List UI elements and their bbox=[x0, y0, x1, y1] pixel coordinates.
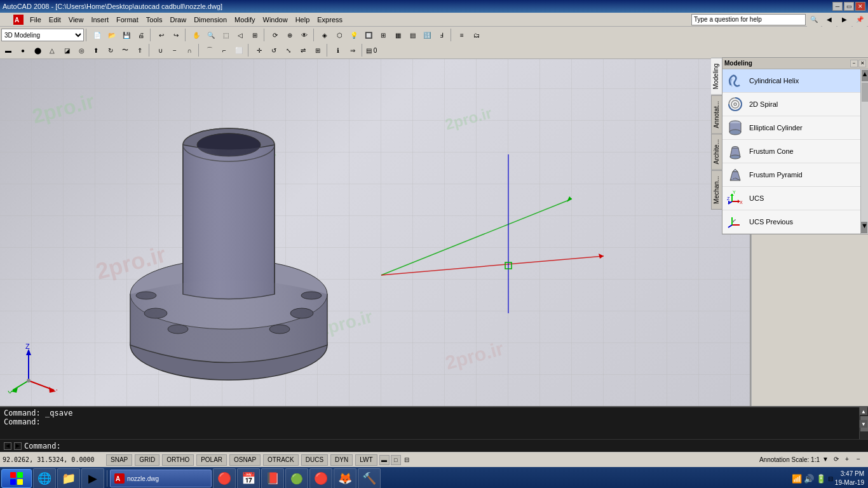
help-search-input[interactable] bbox=[691, 14, 806, 25]
help-search-button[interactable]: 🔍 bbox=[807, 13, 821, 27]
annotation-scale-dropdown[interactable]: ▼ bbox=[822, 456, 831, 464]
modeling-item-cylindrical-helix[interactable]: Cylindrical Helix bbox=[722, 69, 868, 93]
viewport-icon[interactable]: ⊟ bbox=[402, 456, 411, 464]
tray-battery-icon[interactable]: 🔋 bbox=[816, 474, 826, 484]
extrude-button[interactable]: ⬆ bbox=[89, 43, 103, 57]
cmd-scroll-down[interactable]: ▼ bbox=[860, 420, 867, 428]
workspace-select[interactable]: 3D Modeling bbox=[1, 29, 84, 41]
view-button[interactable]: 👁 bbox=[297, 28, 311, 42]
modeling-item-2d-spiral[interactable]: 2D Spiral bbox=[722, 93, 868, 116]
3dpan-button[interactable]: ⊕ bbox=[283, 28, 297, 42]
dyn-button[interactable]: DYN bbox=[330, 454, 353, 466]
annotation-sync-icon[interactable]: ⟳ bbox=[834, 456, 843, 464]
chamfer-button[interactable]: ⌐ bbox=[217, 43, 231, 57]
menu-modify[interactable]: Modify bbox=[231, 15, 259, 25]
command-input[interactable] bbox=[24, 442, 864, 451]
help-pin-button[interactable]: 📌 bbox=[853, 13, 867, 27]
menu-draw[interactable]: Draw bbox=[166, 15, 190, 25]
taskbar-ie-icon[interactable]: 🌐 bbox=[33, 468, 56, 488]
modeling-scroll-thumb[interactable] bbox=[862, 83, 868, 102]
intersect-button[interactable]: ∩ bbox=[182, 43, 196, 57]
minimize-button[interactable]: ─ bbox=[832, 2, 843, 11]
cmd-left-arrow[interactable]: ◀ bbox=[4, 442, 11, 450]
zoom-window-button[interactable]: ⬚ bbox=[219, 28, 233, 42]
3dorbit-button[interactable]: ⟳ bbox=[268, 28, 282, 42]
modeling-item-frustum-pyramid[interactable]: Frustum Pyramid bbox=[722, 163, 868, 187]
modeling-scroll-down[interactable]: ▼ bbox=[861, 222, 867, 233]
tray-signal-icon[interactable]: 📶 bbox=[792, 474, 802, 484]
union-button[interactable]: ∪ bbox=[153, 43, 167, 57]
cone-button[interactable]: △ bbox=[45, 43, 59, 57]
array-button[interactable]: ⊞ bbox=[311, 43, 325, 57]
menu-format[interactable]: Format bbox=[112, 15, 142, 25]
help-back-button[interactable]: ◀ bbox=[822, 13, 836, 27]
menu-view[interactable]: View bbox=[65, 15, 88, 25]
taskbar-firefox-icon[interactable]: 🦊 bbox=[334, 468, 356, 488]
polar-button[interactable]: POLAR bbox=[196, 454, 227, 466]
autocad-taskbar-button[interactable]: A nozzle.dwg bbox=[110, 470, 212, 487]
taskbar-media-icon[interactable]: ▶ bbox=[81, 468, 104, 488]
model-space-icon[interactable]: ▬ bbox=[379, 455, 390, 465]
mirror-button[interactable]: ⇌ bbox=[296, 43, 310, 57]
canvas-viewport[interactable]: 2pro.ir 2pro.ir 2pro.ir 2pro.ir 2pro.ir … bbox=[0, 59, 750, 406]
menu-window[interactable]: Window bbox=[259, 15, 292, 25]
modeling-panel-minimize[interactable]: − bbox=[850, 60, 858, 67]
layerstates-button[interactable]: 🗂 bbox=[470, 28, 484, 42]
save-button[interactable]: 💾 bbox=[119, 28, 133, 42]
pan-button[interactable]: ✋ bbox=[189, 28, 203, 42]
modeling-panel-scrollbar[interactable]: ▲ ▼ bbox=[860, 69, 868, 234]
modeling-item-ucs[interactable]: X Y Z UCS bbox=[722, 187, 868, 210]
torus-button[interactable]: ◎ bbox=[74, 43, 88, 57]
menu-help[interactable]: Help bbox=[292, 15, 314, 25]
matchprop-button[interactable]: ⇒ bbox=[346, 43, 360, 57]
layout-button[interactable]: ▦ bbox=[391, 28, 405, 42]
taskbar-extra-icon[interactable]: 🔨 bbox=[358, 468, 381, 488]
taskbar-calendar-icon[interactable]: 📅 bbox=[237, 468, 260, 488]
cylinder-button[interactable]: ⬤ bbox=[31, 43, 44, 57]
menu-file[interactable]: File bbox=[26, 15, 45, 25]
shell-button[interactable]: ⬜ bbox=[232, 43, 246, 57]
taskbar-opera-icon[interactable]: 🔴 bbox=[309, 468, 332, 488]
revolve-button[interactable]: ↻ bbox=[104, 43, 118, 57]
material-button[interactable]: ⬡ bbox=[332, 28, 346, 42]
sphere-button[interactable]: ● bbox=[16, 43, 30, 57]
command-scrollbar[interactable]: ▲ ▼ bbox=[859, 407, 868, 439]
tray-show-desktop[interactable]: ⊟ bbox=[828, 475, 833, 482]
cmd-right-arrow[interactable]: ▶ bbox=[14, 442, 22, 450]
help-forward-button[interactable]: ▶ bbox=[837, 13, 851, 27]
open-button[interactable]: 📂 bbox=[105, 28, 119, 42]
wedge-button[interactable]: ◪ bbox=[60, 43, 74, 57]
sweep-button[interactable]: 〜 bbox=[118, 43, 132, 57]
mesh-button[interactable]: ⊞ bbox=[376, 28, 390, 42]
light-button[interactable]: 💡 bbox=[347, 28, 361, 42]
move-button[interactable]: ✛ bbox=[252, 43, 266, 57]
annotation-add-icon[interactable]: + bbox=[845, 456, 854, 464]
menu-express[interactable]: Express bbox=[313, 15, 346, 25]
taskbar-folder-icon[interactable]: 📁 bbox=[57, 468, 80, 488]
box-button[interactable]: ▬ bbox=[1, 43, 15, 57]
taskbar-pdf-icon[interactable]: 📕 bbox=[261, 468, 284, 488]
ortho-button[interactable]: ORTHO bbox=[162, 454, 194, 466]
ducs-button[interactable]: DUCS bbox=[301, 454, 328, 466]
redo-button[interactable]: ↪ bbox=[169, 28, 183, 42]
new-button[interactable]: 📄 bbox=[90, 28, 104, 42]
field-button[interactable]: Ⅎ bbox=[435, 28, 449, 42]
tab-modeling[interactable]: Modeling bbox=[711, 58, 722, 95]
menu-insert[interactable]: Insert bbox=[87, 15, 112, 25]
modeling-item-elliptical-cylinder[interactable]: Elliptical Cylinder bbox=[722, 116, 868, 140]
otrack-button[interactable]: OTRACK bbox=[263, 454, 299, 466]
modeling-scroll-up[interactable]: ▲ bbox=[862, 70, 868, 81]
zoom-extent-button[interactable]: ⊞ bbox=[248, 28, 262, 42]
rotate-button[interactable]: ↺ bbox=[267, 43, 281, 57]
menu-edit[interactable]: Edit bbox=[45, 15, 65, 25]
loft-button[interactable]: ⇑ bbox=[133, 43, 147, 57]
close-button[interactable]: ✕ bbox=[855, 2, 865, 11]
start-button[interactable] bbox=[1, 469, 32, 488]
undo-button[interactable]: ↩ bbox=[154, 28, 168, 42]
layer-button[interactable]: ≡ bbox=[455, 28, 469, 42]
lwt-button[interactable]: LWT bbox=[355, 454, 377, 466]
menu-dimension[interactable]: Dimension bbox=[190, 15, 231, 25]
tab-annotat[interactable]: Annotat... bbox=[711, 95, 722, 134]
properties-button[interactable]: ℹ bbox=[331, 43, 345, 57]
osnap-button[interactable]: OSNAP bbox=[229, 454, 261, 466]
